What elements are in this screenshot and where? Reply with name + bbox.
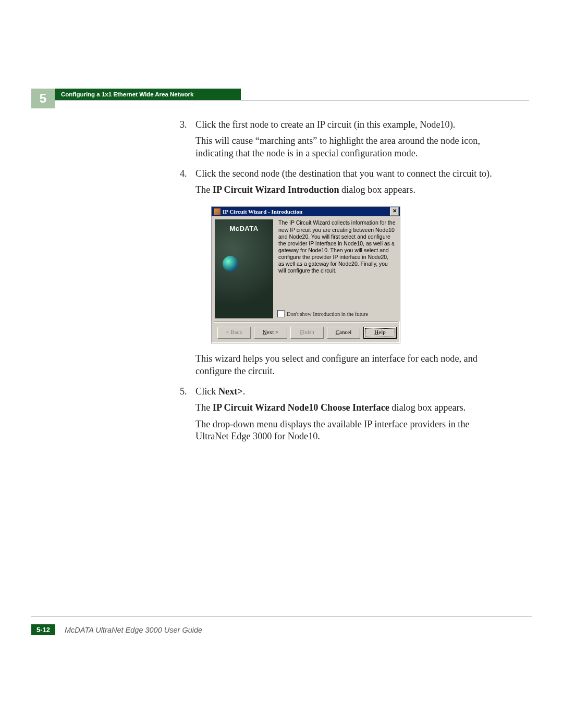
step-3: 3. Click the first node to create an IP …: [180, 119, 498, 164]
close-icon[interactable]: ✕: [390, 207, 399, 216]
step-number: 3.: [180, 119, 195, 164]
step5-line2: The IP Circuit Wizard Node10 Choose Inte…: [195, 402, 498, 414]
page-number-badge: 5-12: [31, 624, 55, 635]
step-number: 5.: [180, 386, 195, 447]
guide-title: McDATA UltraNet Edge 3000 User Guide: [65, 626, 202, 634]
globe-icon: [223, 256, 238, 272]
step4-line2: The IP Circuit Wizard Introduction dialo…: [195, 184, 498, 196]
cancel-button[interactable]: Cancel: [327, 327, 360, 339]
ip-circuit-wizard-dialog: IP Circuit Wizard - Introduction ✕ McDAT…: [211, 206, 400, 343]
dialog-title-text: IP Circuit Wizard - Introduction: [223, 208, 302, 215]
step3-line1: Click the first node to create an IP cir…: [195, 119, 498, 131]
step-4: 4. Click the second node (the destinatio…: [180, 168, 498, 381]
step-5: 5. Click Next>. The IP Circuit Wizard No…: [180, 386, 498, 447]
dialog-titlebar: IP Circuit Wizard - Introduction ✕: [212, 207, 400, 216]
step4-line1: Click the second node (the destination t…: [195, 168, 498, 180]
post-dialog-paragraph: This wizard helps you select and configu…: [195, 353, 498, 377]
step5-line3: The drop-down menu displays the availabl…: [195, 418, 498, 443]
header-rule: [55, 100, 529, 101]
checkbox-icon[interactable]: [277, 310, 285, 317]
dialog-sidebar-image: McDATA: [215, 219, 273, 318]
step-number: 4.: [180, 168, 195, 381]
finish-button: Finish: [290, 327, 324, 339]
step5-line1: Click Next>.: [195, 386, 498, 398]
chapter-number-tab: 5: [31, 89, 55, 108]
running-header: Configuring a 1x1 Ethernet Wide Area Net…: [55, 89, 241, 100]
mcdata-logo: McDATA: [215, 225, 273, 232]
dialog-description: The IP Circuit Wizard collects informati…: [277, 219, 397, 274]
dialog-app-icon: [214, 208, 221, 215]
checkbox-label: Don't show Introduction in the future: [287, 311, 368, 317]
help-button[interactable]: Help: [363, 327, 397, 339]
page-footer: 5-12 McDATA UltraNet Edge 3000 User Guid…: [31, 616, 532, 635]
dialog-button-row: < Back Next > Finish Cancel Help: [212, 323, 400, 343]
step3-line2: This will cause “marching ants” to highl…: [195, 135, 498, 159]
content-column: 3. Click the first node to create an IP …: [180, 119, 498, 451]
dont-show-checkbox-row[interactable]: Don't show Introduction in the future: [277, 308, 397, 318]
next-button[interactable]: Next >: [254, 327, 287, 339]
back-button: < Back: [217, 327, 251, 339]
